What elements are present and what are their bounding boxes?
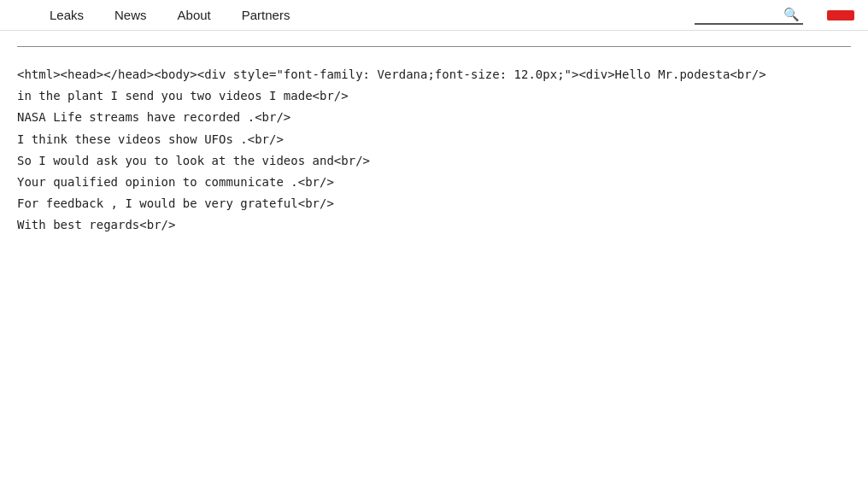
- search-container: 🔍: [695, 6, 803, 25]
- search-button[interactable]: 🔍: [780, 7, 803, 22]
- donate-button[interactable]: [827, 10, 854, 20]
- nav-links: Leaks News About Partners: [34, 0, 305, 31]
- nav-item-about[interactable]: About: [162, 0, 226, 31]
- search-input[interactable]: [695, 6, 780, 23]
- nav-item-news[interactable]: News: [99, 0, 162, 31]
- navbar: Leaks News About Partners 🔍: [0, 0, 868, 31]
- nav-item-leaks[interactable]: Leaks: [34, 0, 99, 31]
- email-body: <html><head></head><body><div style="fon…: [17, 64, 851, 237]
- email-divider: [17, 46, 851, 47]
- email-container: <html><head></head><body><div style="fon…: [0, 31, 868, 247]
- nav-item-partners[interactable]: Partners: [226, 0, 306, 31]
